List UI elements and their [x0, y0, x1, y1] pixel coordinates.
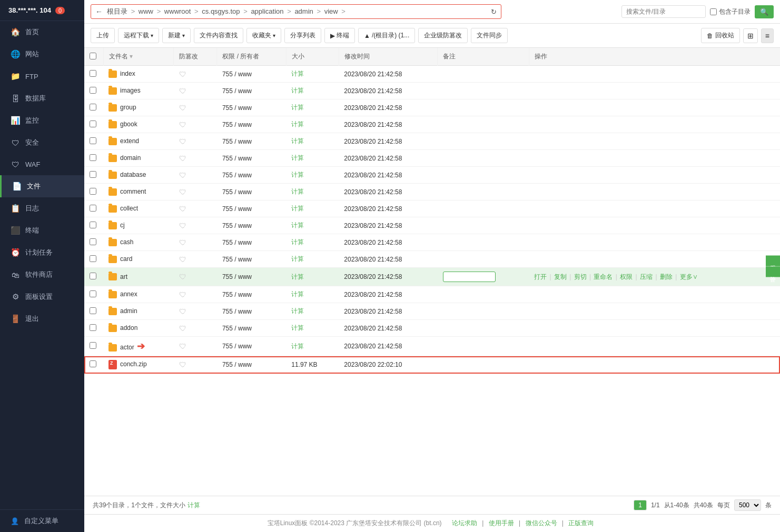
calc-size[interactable]: 计算 — [291, 137, 304, 145]
sidebar-item-panel[interactable]: ⚙ 面板设置 — [0, 286, 84, 308]
file-name-link[interactable]: domain — [120, 154, 141, 162]
search-input[interactable] — [621, 5, 706, 18]
file-name-link[interactable]: admin — [120, 307, 137, 315]
row-checkbox[interactable] — [90, 255, 96, 262]
row-checkbox[interactable] — [90, 342, 96, 349]
sidebar-item-cron[interactable]: ⏰ 计划任务 — [0, 242, 84, 264]
find-content-button[interactable]: 文件内容查找 — [194, 28, 243, 43]
float-customer-service[interactable]: 案客服 — [766, 255, 780, 266]
include-subdirs-checkbox[interactable] — [710, 8, 717, 15]
terminal-button[interactable]: ▶ 终端 — [324, 28, 355, 43]
view-list-button[interactable]: ≡ — [761, 28, 774, 43]
row-checkbox[interactable] — [90, 273, 96, 279]
recycle-button[interactable]: 🗑 回收站 — [701, 28, 740, 43]
breadcrumb-admin[interactable]: admin — [294, 7, 313, 15]
action-link-复制[interactable]: 复制 — [554, 273, 567, 280]
file-name-link[interactable]: cash — [120, 238, 133, 246]
breadcrumb-www[interactable]: www — [139, 7, 153, 15]
file-name-link[interactable]: comment — [120, 188, 146, 195]
breadcrumb-root[interactable]: 根目录 — [107, 7, 127, 15]
file-name-link[interactable]: cj — [120, 222, 125, 229]
action-link-重命名[interactable]: 重命名 — [594, 273, 613, 280]
file-name-link[interactable]: card — [120, 255, 132, 263]
file-name-link[interactable]: conch.zip — [120, 360, 147, 368]
footer-link-forum[interactable]: 论坛求助 — [452, 519, 477, 527]
action-link-压缩[interactable]: 压缩 — [640, 273, 653, 280]
breadcrumb-domain[interactable]: cs.qsgys.top — [202, 7, 240, 15]
row-checkbox[interactable] — [90, 238, 96, 245]
new-button[interactable]: 新建 ▾ — [162, 28, 191, 43]
calc-size[interactable]: 计算 — [291, 104, 304, 111]
row-checkbox[interactable] — [90, 87, 96, 94]
per-page-select[interactable]: 500 100 200 — [734, 499, 761, 511]
row-checkbox[interactable] — [90, 137, 96, 144]
breadcrumb-wwwroot[interactable]: wwwroot — [164, 7, 191, 15]
calc-size-link[interactable]: 计算 — [187, 501, 200, 510]
calc-size[interactable]: 计算 — [291, 255, 304, 263]
view-grid-button[interactable]: ⊞ — [743, 28, 758, 43]
favorites-button[interactable]: 收藏夹 ▾ — [246, 28, 281, 43]
sidebar-item-database[interactable]: 🗄 数据库 — [0, 87, 84, 109]
action-link-更多∨[interactable]: 更多∨ — [680, 273, 698, 280]
file-name-link[interactable]: annex — [120, 290, 137, 298]
row-checkbox[interactable] — [90, 70, 96, 77]
share-list-button[interactable]: 分享列表 — [284, 28, 321, 43]
search-button[interactable]: 🔍 — [755, 5, 774, 18]
back-button[interactable]: ← — [95, 7, 103, 16]
row-checkbox[interactable] — [90, 324, 96, 331]
row-checkbox[interactable] — [90, 121, 96, 127]
page-number[interactable]: 1 — [634, 500, 647, 510]
row-checkbox[interactable] — [90, 290, 96, 297]
file-name-link[interactable]: group — [120, 104, 136, 111]
custom-menu[interactable]: 👤 自定义菜单 — [0, 509, 84, 532]
footer-link-official[interactable]: 正版查询 — [568, 519, 594, 527]
calc-size[interactable]: 计算 — [291, 290, 304, 298]
calc-size[interactable]: 计算 — [291, 273, 304, 280]
sidebar-item-waf[interactable]: 🛡 WAF — [0, 154, 84, 175]
calc-size[interactable]: 计算 — [291, 154, 304, 162]
file-sync-button[interactable]: 文件同步 — [471, 28, 508, 43]
action-link-删除[interactable]: 删除 — [660, 273, 673, 280]
sidebar-item-website[interactable]: 🌐 网站 — [0, 43, 84, 65]
row-checkbox[interactable] — [90, 171, 96, 178]
action-link-权限[interactable]: 权限 — [620, 273, 633, 280]
root-button[interactable]: ▲ /(根目录) (1... — [358, 28, 415, 43]
calc-size[interactable]: 计算 — [291, 307, 304, 315]
sidebar-item-monitor[interactable]: 📊 监控 — [0, 109, 84, 132]
row-checkbox[interactable] — [90, 188, 96, 195]
enterprise-tamper-button[interactable]: 企业级防篡改 — [418, 28, 468, 43]
select-all-checkbox[interactable] — [90, 53, 96, 59]
calc-size[interactable]: 计算 — [291, 222, 304, 229]
float-review[interactable]: 评价 — [766, 266, 780, 277]
row-checkbox[interactable] — [90, 222, 96, 228]
row-checkbox[interactable] — [90, 307, 96, 314]
calc-size[interactable]: 计算 — [291, 171, 304, 178]
calc-size[interactable]: 计算 — [291, 205, 304, 212]
calc-size[interactable]: 计算 — [291, 238, 304, 246]
calc-size[interactable]: 计算 — [291, 70, 304, 77]
calc-size[interactable]: 计算 — [291, 188, 304, 195]
sidebar-item-terminal[interactable]: ⬛ 终端 — [0, 219, 84, 242]
calc-size[interactable]: 计算 — [291, 324, 304, 332]
sidebar-item-appstore[interactable]: 🛍 软件商店 — [0, 264, 84, 286]
file-name-link[interactable]: images — [120, 87, 141, 94]
file-name-link[interactable]: art — [120, 273, 127, 280]
calc-size[interactable]: 计算 — [291, 121, 304, 128]
file-name-link[interactable]: actor — [120, 344, 134, 351]
upload-button[interactable]: 上传 — [91, 28, 115, 43]
footer-link-manual[interactable]: 使用手册 — [489, 519, 514, 527]
file-name-link[interactable]: addon — [120, 324, 137, 332]
row-checkbox[interactable] — [90, 205, 96, 212]
file-name-link[interactable]: index — [120, 70, 135, 77]
breadcrumb-application[interactable]: application — [251, 7, 283, 15]
note-input[interactable] — [443, 272, 496, 282]
file-name-link[interactable]: database — [120, 171, 146, 178]
remote-download-button[interactable]: 远程下载 ▾ — [118, 28, 159, 43]
sidebar-item-security[interactable]: 🛡 安全 — [0, 132, 84, 154]
breadcrumb-view[interactable]: view — [324, 7, 338, 15]
sidebar-item-ftp[interactable]: 📁 FTP — [0, 65, 84, 87]
footer-link-wechat[interactable]: 微信公众号 — [526, 519, 557, 527]
refresh-button[interactable]: ↻ — [491, 8, 497, 16]
action-link-打开[interactable]: 打开 — [534, 273, 547, 280]
calc-size[interactable]: 计算 — [291, 87, 304, 94]
